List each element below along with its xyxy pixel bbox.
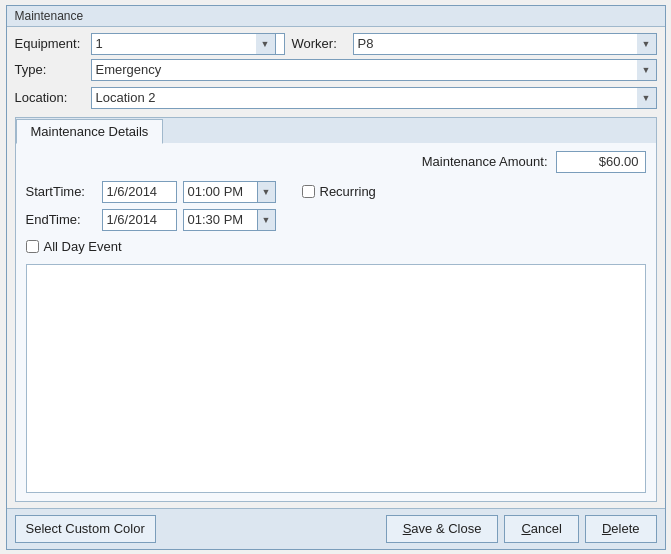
notes-area[interactable] (26, 264, 646, 493)
tab-header: Maintenance Details (16, 118, 656, 143)
maintenance-amount-label: Maintenance Amount: (422, 154, 548, 169)
maintenance-dialog: Maintenance Equipment: ▼ Worker: ▼ Type:… (6, 5, 666, 550)
endtime-time-input[interactable] (183, 209, 258, 231)
location-row: Location: ▼ (15, 87, 657, 109)
starttime-time-input[interactable] (183, 181, 258, 203)
location-input[interactable] (91, 87, 657, 109)
delete-button[interactable]: Delete (585, 515, 657, 543)
recurring-label: Recurring (320, 184, 376, 199)
endtime-time-wrapper: ▼ (183, 209, 276, 231)
worker-field: ▼ (353, 33, 657, 55)
allday-row: All Day Event (26, 239, 646, 254)
maintenance-amount-input[interactable] (556, 151, 646, 173)
type-field: ▼ (91, 59, 657, 81)
recurring-group: Recurring (302, 184, 376, 199)
type-input[interactable] (91, 59, 657, 81)
tab-maintenance-details[interactable]: Maintenance Details (16, 119, 164, 144)
select-custom-color-button[interactable]: Select Custom Color (15, 515, 156, 543)
equipment-worker-row: Equipment: ▼ Worker: ▼ (15, 33, 657, 55)
dialog-title: Maintenance (7, 6, 665, 27)
save-close-button[interactable]: Save & Close (386, 515, 499, 543)
maintenance-amount-row: Maintenance Amount: (26, 151, 646, 173)
starttime-time-wrapper: ▼ (183, 181, 276, 203)
tab-content: Maintenance Amount: StartTime: ▼ Recurri… (16, 143, 656, 501)
worker-dropdown-arrow[interactable]: ▼ (637, 33, 657, 55)
type-dropdown-arrow[interactable]: ▼ (637, 59, 657, 81)
delete-label: Delete (602, 521, 640, 536)
allday-label: All Day Event (44, 239, 122, 254)
location-field: ▼ (91, 87, 657, 109)
allday-checkbox[interactable] (26, 240, 39, 253)
starttime-date-input[interactable] (102, 181, 177, 203)
equipment-dropdown-arrow[interactable]: ▼ (256, 33, 276, 55)
dialog-footer: Select Custom Color Save & Close Cancel … (7, 508, 665, 549)
save-close-label: Save & Close (403, 521, 482, 536)
location-dropdown-arrow[interactable]: ▼ (637, 87, 657, 109)
starttime-dropdown-arrow[interactable]: ▼ (258, 181, 276, 203)
starttime-row: StartTime: ▼ Recurring (26, 181, 646, 203)
endtime-label: EndTime: (26, 212, 96, 227)
tab-panel: Maintenance Details Maintenance Amount: … (15, 117, 657, 502)
starttime-label: StartTime: (26, 184, 96, 199)
recurring-checkbox[interactable] (302, 185, 315, 198)
equipment-field: ▼ (91, 33, 276, 55)
type-label: Type: (15, 62, 85, 77)
cancel-label: Cancel (521, 521, 561, 536)
dialog-body: Equipment: ▼ Worker: ▼ Type: ▼ Location: (7, 27, 665, 508)
location-label: Location: (15, 90, 85, 105)
type-row: Type: ▼ (15, 59, 657, 81)
equipment-label: Equipment: (15, 36, 85, 51)
endtime-dropdown-arrow[interactable]: ▼ (258, 209, 276, 231)
endtime-date-input[interactable] (102, 209, 177, 231)
cancel-button[interactable]: Cancel (504, 515, 578, 543)
endtime-row: EndTime: ▼ (26, 209, 646, 231)
worker-label: Worker: (292, 36, 347, 51)
worker-input[interactable] (353, 33, 657, 55)
